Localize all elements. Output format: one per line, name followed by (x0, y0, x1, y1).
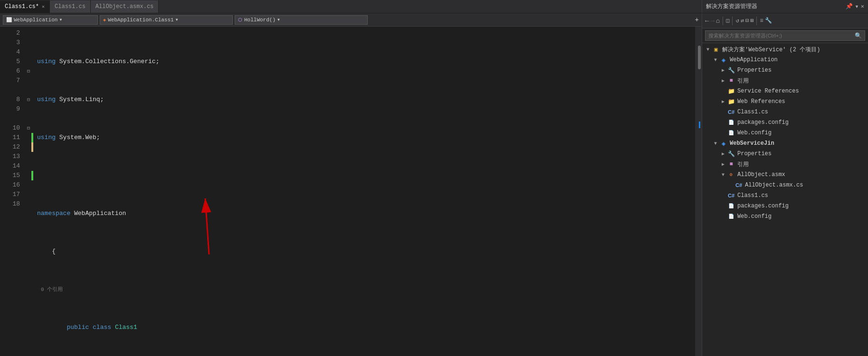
line-num: 13 (0, 152, 24, 161)
collapse-namespace-icon[interactable]: ⊟ (24, 66, 33, 76)
tree-label-class1-cs: Class1.cs (737, 109, 768, 115)
expand-icon[interactable]: ▼ (712, 57, 719, 63)
refresh-icon[interactable]: ↺ (735, 17, 739, 24)
code-ref-1: 0 个引用 (37, 285, 695, 294)
tree-item-wj-class1-cs[interactable]: C# Class1.cs (702, 190, 868, 201)
tree-item-wj-web-config[interactable]: 📄 Web.config (702, 211, 868, 222)
search-icon: 🔍 (855, 32, 862, 39)
member-arrow-icon: ▼ (277, 18, 280, 22)
line-num: 15 (0, 171, 24, 180)
tree-label-allobject-asmx-cs: AllObject.asmx.cs (745, 182, 803, 188)
editor-scrollbar[interactable] (695, 27, 702, 356)
tab-class1-cs-star[interactable]: Class1.cs* ✕ (0, 0, 50, 13)
collapse-class-icon[interactable]: ⊟ (24, 95, 33, 104)
code-line-4: using System.Web; (37, 133, 695, 142)
code-line-6: namespace WebApplication (37, 209, 695, 218)
tree-item-service-refs[interactable]: 📁 Service References (702, 86, 868, 96)
editor-area: ⬜ WebApplication ▼ ◈ WebApplication.Clas… (0, 13, 702, 356)
solution-toolbar: ← → ⌂ ◫ ↺ ⇄ ⊟ ⊞ ≡ 🔧 (702, 13, 868, 28)
code-line-7: { (37, 247, 695, 256)
show-all-icon[interactable]: ≡ (760, 18, 763, 24)
class-arrow-icon: ▼ (176, 18, 178, 22)
member-dropdown[interactable]: ⬡ HollWord() ▼ (235, 15, 368, 25)
code-line-5 (37, 171, 695, 180)
tree-label-refs: 引用 (737, 77, 749, 85)
scope-value: WebApplication (14, 17, 57, 23)
divider3 (756, 17, 757, 25)
collapse-all-icon[interactable]: ⊟ (745, 17, 749, 24)
tree-item-properties[interactable]: ▶ 🔧 Properties (702, 65, 868, 75)
back-icon[interactable]: ← (705, 17, 709, 25)
cs-icon: C# (734, 182, 743, 188)
tab-class1-cs[interactable]: Class1.cs (50, 0, 91, 13)
search-container: 🔍 (702, 28, 868, 43)
tree-label-allobject-asmx: AllObject.asmx (737, 171, 785, 178)
expand-icon[interactable]: ▶ (719, 78, 727, 84)
tree-item-solution[interactable]: ▼ ▣ 解决方案'WebService' (2 个项目) (702, 44, 868, 55)
line-num (0, 85, 24, 95)
tree-item-webapp[interactable]: ▼ ◈ WebApplication (702, 55, 868, 65)
class-dropdown[interactable]: ◈ WebApplication.Class1 ▼ (100, 15, 233, 25)
main-area: ⬜ WebApplication ▼ ◈ WebApplication.Clas… (0, 13, 868, 356)
tree-label-wj-refs: 引用 (737, 160, 749, 169)
tree-item-webservicejin[interactable]: ▼ ◈ WebServiceJin (702, 138, 868, 149)
tree-item-class1-cs[interactable]: C# Class1.cs (702, 107, 868, 117)
expand-icon[interactable]: ▶ (719, 161, 727, 167)
folder-icon: 📁 (727, 88, 735, 95)
line-num: 4 (0, 47, 24, 57)
filter-icon[interactable]: ◫ (726, 17, 729, 24)
home-icon[interactable]: ⌂ (716, 17, 720, 25)
tree-item-wj-refs[interactable]: ▶ ■ 引用 (702, 159, 868, 169)
properties-icon[interactable]: 🔧 (765, 17, 772, 24)
line-num: 5 (0, 57, 24, 66)
gutter: ⊟ ⊟ ⊟ (24, 27, 33, 356)
tree-item-web-refs[interactable]: ▶ 📁 Web References (702, 96, 868, 107)
expand-all-icon[interactable]: ⊞ (750, 17, 754, 24)
sync-icon[interactable]: ⇄ (741, 17, 744, 24)
scope-dropdown[interactable]: ⬜ WebApplication ▼ (3, 15, 98, 25)
tree-item-packages-config[interactable]: 📄 packages.config (702, 117, 868, 128)
project-icon: ◈ (719, 140, 728, 148)
tree-item-web-config[interactable]: 📄 Web.config (702, 128, 868, 138)
code-line-8: public class Class1 (37, 323, 695, 332)
tab-allobject-asmx-cs[interactable]: AllObject.asmx.cs (91, 0, 159, 13)
line-num: 10 (0, 123, 24, 133)
tree-item-allobject-asmx[interactable]: ▼ ⚙ AllObject.asmx (702, 169, 868, 180)
code-line-3: using System.Linq; (37, 95, 695, 104)
close-panel-icon[interactable]: ✕ (861, 3, 864, 10)
scrollbar-thumb (698, 46, 701, 69)
expand-icon[interactable]: ▼ (704, 47, 712, 52)
tree-label-wj-packages: packages.config (737, 203, 789, 209)
tab-bar: Class1.cs* ✕ Class1.cs AllObject.asmx.cs… (0, 0, 868, 13)
expand-icon[interactable]: ▼ (719, 172, 727, 178)
minimize-icon[interactable]: ▾ (855, 2, 858, 10)
zoom-in-icon[interactable]: + (695, 16, 699, 24)
tree-item-refs[interactable]: ▶ ■ 引用 (702, 75, 868, 86)
folder-icon: 🔧 (727, 150, 735, 158)
pin-icon[interactable]: 📌 (846, 3, 853, 10)
tree-label-solution: 解决方案'WebService' (2 个项目) (722, 46, 820, 54)
line-num: 18 (0, 199, 24, 209)
scope-arrow-icon: ▼ (59, 18, 62, 22)
collapse-method-icon[interactable]: ⊟ (24, 123, 33, 133)
code-content[interactable]: using System.Collections.Generic; using … (33, 27, 695, 356)
solution-icon: ▣ (712, 46, 720, 53)
line-num: 16 (0, 180, 24, 190)
search-input[interactable] (708, 33, 855, 38)
expand-icon[interactable]: ▼ (712, 141, 719, 146)
tab-close-icon[interactable]: ✕ (42, 4, 45, 9)
editor-toolbar: ⬜ WebApplication ▼ ◈ WebApplication.Clas… (0, 13, 702, 27)
expand-icon[interactable]: ▶ (719, 151, 727, 157)
asmx-icon: ⚙ (727, 172, 735, 178)
expand-icon[interactable]: ▶ (719, 67, 727, 73)
ref-icon: ■ (727, 161, 735, 168)
tree-item-allobject-asmx-cs[interactable]: C# AllObject.asmx.cs (702, 180, 868, 190)
expand-icon[interactable]: ▶ (719, 99, 727, 104)
tree-item-wj-properties[interactable]: ▶ 🔧 Properties (702, 149, 868, 159)
solution-explorer-title: 解决方案资源管理器 (706, 2, 757, 10)
forward-icon[interactable]: → (710, 17, 714, 25)
line-num (0, 114, 24, 123)
tab-label: Class1.cs* (5, 3, 39, 10)
tree-item-wj-packages[interactable]: 📄 packages.config (702, 201, 868, 211)
tree-label-properties: Properties (737, 67, 772, 74)
